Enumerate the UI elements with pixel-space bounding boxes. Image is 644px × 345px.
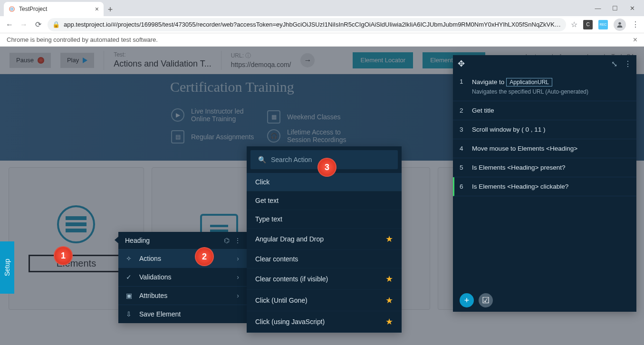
url-text: app.testproject.io/#/projects/169985/tes… (64, 21, 561, 28)
steps-panel: ✥ ⤡ ⋮ 1Navigate toApplicationURLNavigate… (453, 55, 636, 312)
wand-icon: ✧ (126, 255, 134, 262)
kebab-icon[interactable]: ⋮ (624, 59, 632, 68)
annotation-badge-2: 2 (195, 247, 214, 266)
action-item[interactable]: Get text (247, 192, 402, 210)
close-icon[interactable]: × (633, 36, 637, 44)
action-item[interactable]: Clear contents (if visible)★ (247, 268, 402, 290)
headphones-icon: 🎧 (267, 129, 280, 143)
step-row[interactable]: 5Is Elements <Heading> present? (453, 158, 636, 177)
panel-row-actions[interactable]: ✧ Actions › (118, 249, 247, 268)
forward-icon: → (19, 20, 29, 29)
param-chip: ApplicationURL (506, 78, 552, 86)
check-icon: ✓ (126, 273, 134, 281)
play-icon: ▶ (171, 108, 184, 122)
tab-title: TestProject (19, 6, 47, 12)
reload-icon[interactable]: ⟳ (33, 20, 43, 29)
profile-icon[interactable] (614, 19, 626, 31)
star-icon: ★ (385, 274, 393, 284)
svg-point-2 (618, 22, 621, 24)
setup-tab[interactable]: Setup (0, 241, 14, 294)
step-row[interactable]: 3Scroll window by ( 0 , 11 ) (453, 120, 636, 139)
address-bar: ← → ⟳ 🔒 app.testproject.io/#/projects/16… (0, 16, 644, 33)
move-icon[interactable]: ✥ (458, 58, 465, 69)
chevron-right-icon: › (237, 255, 239, 262)
browser-chrome: TestProject × + — ☐ ✕ ← → ⟳ 🔒 app.testpr… (0, 0, 644, 47)
panel-row-validations[interactable]: ✓ Validations › (118, 268, 247, 287)
url-field[interactable]: 🔒 app.testproject.io/#/projects/169985/t… (48, 18, 566, 31)
calendar-icon: ▦ (267, 110, 280, 124)
chevron-right-icon: › (237, 292, 239, 299)
window-controls: — ☐ ✕ (595, 0, 644, 16)
chevron-right-icon: › (237, 273, 239, 281)
lock-icon: 🔒 (52, 21, 60, 28)
url-block: URL: ⓘ https://demoqa.com/ (231, 52, 291, 68)
panel-row-save-element[interactable]: ⇩ Save Element (118, 305, 247, 323)
close-icon[interactable]: × (95, 5, 99, 13)
validate-step-button[interactable]: ☑ (479, 293, 493, 307)
app-viewport: Pause Play Test: Actions and Validation … (0, 47, 644, 345)
test-name-block: Test: Actions and Validation T... (114, 51, 211, 69)
automation-info-bar: Chrome is being controlled by automated … (0, 33, 644, 47)
action-item[interactable]: Click (Until Gone)★ (247, 290, 402, 311)
elements-icon (57, 205, 95, 243)
action-item[interactable]: Angular Drag and Drop★ (247, 229, 402, 250)
go-icon[interactable]: → (300, 53, 315, 67)
tab-strip: TestProject × + — ☐ ✕ (0, 0, 644, 16)
favicon-icon (9, 6, 15, 12)
minimize-icon[interactable]: — (595, 5, 601, 11)
action-item[interactable]: Clear contents (247, 250, 402, 268)
extension-c-icon[interactable]: C (583, 20, 593, 29)
add-step-button[interactable]: + (460, 293, 474, 307)
panel-header: Heading ⌬ ⋮ (118, 232, 247, 249)
kebab-icon[interactable]: ⋮ (234, 237, 240, 244)
close-window-icon[interactable]: ✕ (629, 5, 635, 11)
new-tab-button[interactable]: + (104, 3, 117, 16)
play-button[interactable]: Play (60, 53, 94, 68)
annotation-badge-3: 3 (317, 158, 336, 177)
hierarchy-icon[interactable]: ⌬ (224, 237, 230, 244)
card-label: Elements (29, 255, 124, 272)
star-icon: ★ (385, 316, 393, 327)
svg-point-1 (11, 8, 13, 10)
hero-title: Certification Training (170, 79, 294, 95)
info-bar-text: Chrome is being controlled by automated … (7, 36, 158, 43)
document-icon: ▤ (171, 130, 184, 144)
browser-tab[interactable]: TestProject × (4, 2, 104, 16)
action-list: ClickGet textType textAngular Drag and D… (247, 173, 402, 333)
play-icon (83, 58, 87, 63)
back-icon[interactable]: ← (5, 20, 14, 29)
star-icon: ★ (385, 234, 393, 244)
action-item[interactable]: Type text (247, 210, 402, 229)
action-item[interactable]: Click (using JavaScript)★ (247, 311, 402, 333)
record-icon (38, 57, 44, 64)
svg-point-0 (10, 7, 15, 12)
pause-button[interactable]: Pause (10, 53, 51, 68)
kebab-icon[interactable]: ⋮ (632, 20, 639, 29)
search-icon: 🔍 (258, 156, 266, 163)
step-row[interactable]: 2Get title (453, 101, 636, 120)
step-row[interactable]: 1Navigate toApplicationURLNavigates the … (453, 72, 636, 101)
step-row[interactable]: 4Move mouse to Elements <Heading> (453, 139, 636, 158)
step-row[interactable]: 6Is Elements <Heading> clickable? (453, 177, 636, 196)
save-icon: ⇩ (126, 310, 134, 318)
collapse-icon[interactable]: ⤡ (611, 59, 617, 68)
heading-context-panel: Heading ⌬ ⋮ ✧ Actions › ✓ Validations › … (118, 232, 247, 323)
extension-rec-icon[interactable]: REC (598, 20, 608, 29)
element-locator-button[interactable]: Element Locator (353, 52, 413, 68)
info-icon: ⓘ (245, 52, 251, 59)
star-icon: ★ (385, 295, 393, 306)
maximize-icon[interactable]: ☐ (612, 5, 618, 11)
annotation-badge-1: 1 (54, 246, 73, 265)
panel-row-attributes[interactable]: ▣ Attributes › (118, 287, 247, 305)
star-icon[interactable]: ☆ (571, 20, 577, 29)
clipboard-icon: ▣ (126, 292, 134, 299)
